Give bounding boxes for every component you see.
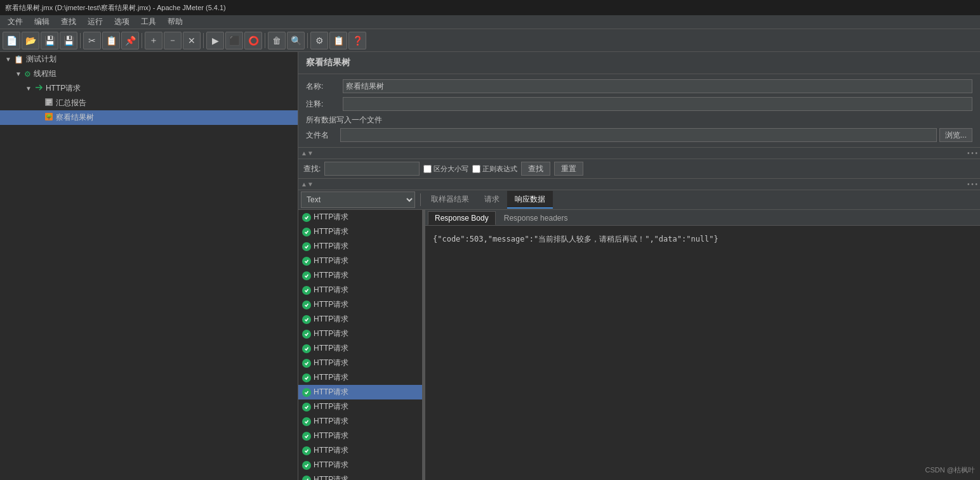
toolbar-separator-2: [203, 33, 204, 48]
paste-button[interactable]: 📌: [121, 32, 139, 49]
svg-point-6: [303, 214, 310, 221]
svg-point-19: [303, 404, 310, 410]
display-type-select[interactable]: TextJSONXMLHTMLBinary: [301, 191, 415, 208]
browse-button[interactable]: 浏览...: [939, 128, 972, 142]
comment-input[interactable]: [343, 97, 972, 111]
menu-item-查找[interactable]: 查找: [56, 15, 81, 29]
result-item-7[interactable]: HTTP请求: [298, 312, 425, 327]
search-bar: 查找: 区分大小写 正则表达式 查找 重置: [298, 159, 980, 179]
tab-request[interactable]: 请求: [477, 191, 507, 209]
toolbar-separator-0: [80, 33, 81, 48]
result-label-5: HTTP请求: [314, 285, 348, 295]
main-layout: ▼📋测试计划▼⚙线程组▼HTTP请求汇总报告🌳察看结果树 察看结果树 名称: 注…: [0, 52, 980, 480]
tree-item-http-request[interactable]: ▼HTTP请求: [0, 81, 298, 96]
result-item-6[interactable]: HTTP请求: [298, 297, 425, 312]
clear-button[interactable]: ✕: [183, 32, 201, 49]
watermark: CSDN @枯枫叶: [925, 465, 975, 475]
comment-label: 注释:: [306, 99, 338, 110]
menu-item-帮助[interactable]: 帮助: [162, 15, 188, 29]
regex-label[interactable]: 正则表达式: [472, 164, 517, 174]
templates-button[interactable]: 📋: [329, 32, 347, 49]
result-item-0[interactable]: HTTP请求: [298, 210, 425, 224]
title-bar: 察看结果树.jmx (D:\jmeter-test\察看结果树.jmx) - A…: [0, 0, 980, 15]
result-icon-1: [302, 228, 311, 237]
response-area: Response BodyResponse headers {"code":50…: [425, 210, 980, 480]
result-item-15[interactable]: HTTP请求: [298, 429, 425, 443]
search-input[interactable]: [324, 162, 420, 176]
result-item-2[interactable]: HTTP请求: [298, 239, 425, 254]
result-item-10[interactable]: HTTP请求: [298, 356, 425, 370]
result-label-2: HTTP请求: [314, 241, 348, 252]
remove-button[interactable]: －: [164, 32, 182, 49]
case-sensitive-label[interactable]: 区分大小写: [423, 164, 468, 174]
open-button[interactable]: 📂: [22, 32, 39, 49]
run-button[interactable]: ▶: [206, 32, 224, 49]
shutdown-button[interactable]: ⭕: [244, 32, 262, 49]
menu-item-编辑[interactable]: 编辑: [29, 15, 55, 29]
divider-arrows-2[interactable]: ▲▼: [301, 181, 314, 188]
results-list: HTTP请求HTTP请求HTTP请求HTTP请求HTTP请求HTTP请求HTTP…: [298, 210, 425, 480]
result-icon-16: [302, 446, 311, 455]
help-button[interactable]: ❓: [348, 32, 366, 49]
menu-item-工具[interactable]: 工具: [136, 15, 161, 29]
divider-arrows[interactable]: ▲▼: [301, 150, 314, 157]
tree-item-summary-report[interactable]: 汇总报告: [0, 96, 298, 110]
svg-point-9: [303, 258, 310, 264]
result-item-13[interactable]: HTTP请求: [298, 399, 425, 414]
new-button[interactable]: 📄: [3, 32, 20, 49]
result-item-11[interactable]: HTTP请求: [298, 370, 425, 385]
settings-button[interactable]: ⚙: [310, 32, 328, 49]
find-button[interactable]: 查找: [521, 162, 550, 176]
reset-button[interactable]: 重置: [554, 162, 583, 176]
result-item-1[interactable]: HTTP请求: [298, 224, 425, 239]
result-item-12[interactable]: HTTP请求: [298, 385, 425, 399]
svg-point-23: [303, 462, 310, 469]
result-item-18[interactable]: HTTP请求: [298, 472, 425, 480]
svg-point-17: [303, 375, 310, 381]
result-item-16[interactable]: HTTP请求: [298, 443, 425, 458]
result-label-18: HTTP请求: [314, 474, 348, 480]
result-item-3[interactable]: HTTP请求: [298, 254, 425, 268]
result-item-9[interactable]: HTTP请求: [298, 341, 425, 356]
filename-input[interactable]: [340, 128, 937, 142]
response-tab-response-headers[interactable]: Response headers: [497, 211, 575, 225]
tab-sampler-result[interactable]: 取样器结果: [423, 191, 477, 209]
tree-item-thread-group[interactable]: ▼⚙线程组: [0, 67, 298, 81]
svg-point-21: [303, 433, 310, 439]
result-label-8: HTTP请求: [314, 328, 348, 339]
clear-all-button[interactable]: 🗑: [268, 32, 286, 49]
save-button[interactable]: 💾: [41, 32, 58, 49]
divider-bar-1: ▲▼ • • •: [298, 148, 980, 159]
svg-point-12: [303, 302, 310, 308]
menu-item-选项[interactable]: 选项: [109, 15, 135, 29]
result-icon-12: [302, 388, 311, 397]
result-icon-4: [302, 271, 311, 280]
result-label-9: HTTP请求: [314, 343, 348, 354]
drag-handle[interactable]: [422, 210, 425, 480]
regex-checkbox[interactable]: [472, 165, 480, 173]
menu-item-文件[interactable]: 文件: [3, 15, 28, 29]
case-sensitive-checkbox[interactable]: [423, 165, 432, 173]
result-item-17[interactable]: HTTP请求: [298, 458, 425, 472]
result-icon-6: [302, 301, 311, 309]
result-item-14[interactable]: HTTP请求: [298, 414, 425, 429]
add-button[interactable]: ＋: [145, 32, 162, 49]
tree-item-plan[interactable]: ▼📋测试计划: [0, 52, 298, 67]
result-item-4[interactable]: HTTP请求: [298, 268, 425, 283]
result-item-5[interactable]: HTTP请求: [298, 283, 425, 297]
response-tab-response-body[interactable]: Response Body: [428, 211, 496, 225]
tab-response-data[interactable]: 响应数据: [507, 191, 553, 209]
cut-button[interactable]: ✂: [83, 32, 101, 49]
copy-button[interactable]: 📋: [102, 32, 120, 49]
menu-item-运行[interactable]: 运行: [83, 15, 108, 29]
save-as-button[interactable]: 💾: [60, 32, 77, 49]
svg-point-10: [303, 273, 310, 279]
result-label-12: HTTP请求: [314, 387, 348, 398]
result-item-8[interactable]: HTTP请求: [298, 327, 425, 341]
search-button[interactable]: 🔍: [287, 32, 305, 49]
tree-label-thread-group: 线程组: [34, 68, 56, 79]
tree-item-view-results-tree[interactable]: 🌳察看结果树: [0, 110, 298, 125]
stop-button[interactable]: ⬛: [225, 32, 243, 49]
name-input[interactable]: [343, 79, 972, 93]
tree-icon-plan: 📋: [14, 55, 23, 64]
